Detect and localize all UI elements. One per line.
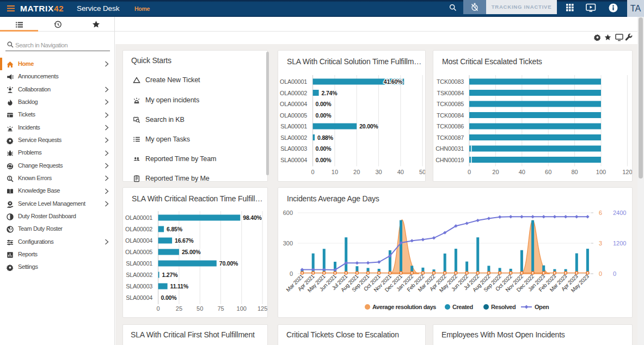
svg-text:OLA00004: OLA00004 [125,237,152,244]
svg-text:20: 20 [492,169,499,175]
svg-text:TCK00084: TCK00084 [437,112,464,119]
svg-text:SLA00002: SLA00002 [280,134,307,141]
svg-text:Open: Open [535,304,549,310]
svg-text:10: 10 [332,169,338,175]
svg-text:25.00%: 25.00% [182,249,201,255]
svg-text:20: 20 [353,169,360,175]
svg-text:2.74%: 2.74% [322,90,338,96]
svg-text:60: 60 [545,169,551,175]
svg-text:100: 100 [237,305,247,312]
svg-text:0.00%: 0.00% [316,112,332,119]
svg-text:300: 300 [283,240,293,247]
svg-text:0: 0 [613,270,616,277]
svg-text:SLA00003: SLA00003 [126,283,152,289]
svg-text:6.85%: 6.85% [167,226,183,232]
svg-text:TCK00087: TCK00087 [437,134,464,141]
svg-text:Resolved: Resolved [491,304,516,310]
svg-text:OLA00002: OLA00002 [280,90,307,96]
svg-text:Created: Created [452,304,473,310]
svg-text:SLA00004: SLA00004 [126,294,152,301]
svg-text:0.88%: 0.88% [317,134,334,141]
svg-text:SLA00002: SLA00002 [126,272,152,278]
svg-text:OLA00001: OLA00001 [125,214,152,221]
svg-text:SLA00001: SLA00001 [280,123,307,130]
svg-text:100: 100 [596,169,606,175]
svg-text:11.11%: 11.11% [170,283,189,289]
svg-text:50: 50 [197,305,203,312]
svg-text:1200: 1200 [613,240,626,247]
svg-text:OLA00002: OLA00002 [125,226,152,232]
svg-text:2400: 2400 [613,210,626,216]
svg-text:0.00%: 0.00% [161,294,177,301]
svg-text:SLA00001: SLA00001 [126,260,152,267]
svg-text:16.67%: 16.67% [175,237,194,244]
svg-text:50: 50 [419,169,426,175]
svg-text:TCK00086: TCK00086 [437,123,464,130]
svg-text:TCK00085: TCK00085 [437,101,464,107]
svg-text:CHN00019: CHN00019 [436,157,464,163]
svg-text:0: 0 [157,305,160,312]
svg-text:TCK00083: TCK00083 [437,78,464,85]
svg-text:40: 40 [397,169,404,175]
svg-text:0: 0 [290,270,293,277]
svg-text:80: 80 [571,169,578,175]
svg-text:40: 40 [519,169,525,175]
svg-text:25: 25 [176,305,182,312]
svg-text:75: 75 [217,305,224,312]
svg-text:CHN00031: CHN00031 [436,145,464,152]
svg-text:98.40%: 98.40% [243,214,262,221]
svg-text:0.00%: 0.00% [316,145,332,152]
svg-text:SLA00004: SLA00004 [280,157,307,163]
svg-text:0.00%: 0.00% [316,157,332,163]
svg-text:600: 600 [283,210,293,216]
svg-text:30: 30 [375,169,382,175]
svg-text:3: 3 [599,240,602,247]
svg-text:SLA00003: SLA00003 [280,145,307,152]
svg-text:0.00%: 0.00% [316,101,332,107]
svg-text:1.27%: 1.27% [162,272,179,278]
svg-text:125: 125 [257,305,267,312]
svg-text:OLA00005: OLA00005 [280,112,307,119]
svg-text:0: 0 [468,169,471,175]
svg-text:0: 0 [311,169,315,175]
svg-text:TSK00084: TSK00084 [437,90,464,96]
svg-text:6: 6 [599,210,602,216]
svg-text:41.60%: 41.60% [384,78,403,85]
svg-text:70.00%: 70.00% [219,260,238,267]
svg-text:OLA00005: OLA00005 [125,249,152,255]
svg-text:20.00%: 20.00% [359,123,378,130]
svg-text:OLA00001: OLA00001 [280,78,307,85]
svg-text:OLA00004: OLA00004 [280,101,307,107]
svg-text:0: 0 [599,270,602,277]
svg-text:120: 120 [622,169,632,175]
svg-text:Average resolution days: Average resolution days [372,304,436,310]
